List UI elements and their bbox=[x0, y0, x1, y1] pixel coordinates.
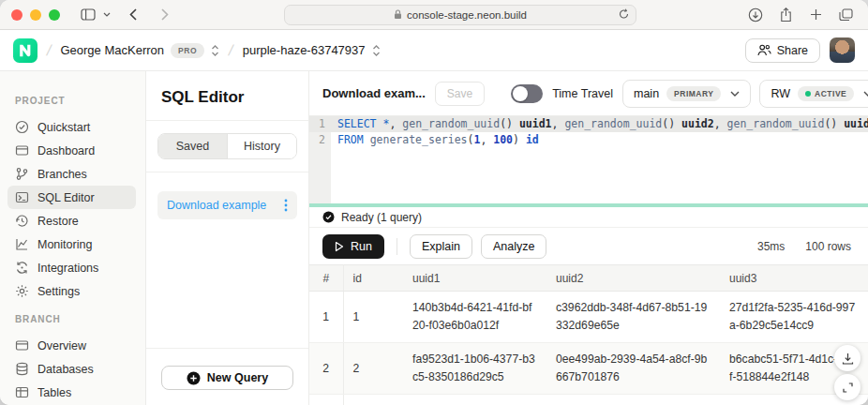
sidebar-item-label: Monitoring bbox=[37, 238, 92, 251]
chevron-down-icon bbox=[863, 91, 868, 97]
code-line[interactable]: 2FROM generate_series(1, 100) id bbox=[309, 132, 868, 148]
browser-window: console-stage.neon.build bbox=[0, 0, 868, 405]
sidebar-item-databases[interactable]: Databases bbox=[7, 357, 136, 381]
sidebar-item-branches[interactable]: Branches bbox=[7, 162, 136, 186]
breadcrumb-separator: / bbox=[45, 42, 52, 59]
queries-panel: SQL Editor Saved History Download exampl… bbox=[146, 71, 309, 405]
sql-editor-icon bbox=[15, 190, 29, 204]
expand-results-button[interactable] bbox=[834, 374, 861, 400]
org-name: George MacKerron bbox=[60, 43, 164, 57]
share-page-icon[interactable] bbox=[774, 5, 797, 25]
tab-overview-icon[interactable] bbox=[834, 5, 857, 25]
table-row[interactable]: 11140b3b4d-6421-41fd-bf20-f03e6b0a012fc3… bbox=[309, 292, 868, 343]
table-cell: fa9523d1-1b06-4377-b3c5-8350186d29c5 bbox=[403, 343, 546, 395]
table-cell: 140b3b4d-6421-41fd-bf20-f03e6b0a012f bbox=[403, 292, 546, 343]
primary-badge: PRIMARY bbox=[666, 86, 721, 101]
editor-main: Download exam... Save Time Travel main P… bbox=[309, 71, 868, 405]
sidebar-item-quickstart[interactable]: Quickstart bbox=[7, 115, 136, 139]
branch-select[interactable]: main PRIMARY bbox=[622, 80, 751, 108]
sidebar-item-label: Integrations bbox=[37, 262, 98, 275]
chevron-down-icon bbox=[730, 91, 740, 97]
run-button-label: Run bbox=[351, 240, 372, 253]
table-cell: 1 bbox=[343, 292, 403, 343]
kebab-menu-icon[interactable] bbox=[284, 199, 288, 212]
address-bar[interactable]: console-stage.neon.build bbox=[284, 5, 636, 25]
zoom-window-button[interactable] bbox=[49, 9, 60, 21]
new-tab-icon[interactable] bbox=[804, 5, 827, 25]
traffic-lights[interactable] bbox=[11, 9, 60, 21]
saved-queries-list: Download example bbox=[146, 172, 308, 348]
results-header-row: #iduuid1uuid2uuid3 bbox=[309, 265, 868, 292]
sql-code-editor[interactable]: 1SELECT *, gen_random_uuid() uuid1, gen_… bbox=[309, 116, 868, 203]
sidebar-item-settings[interactable]: Settings bbox=[7, 279, 136, 303]
compute-select-value: RW bbox=[771, 87, 790, 100]
sidebar-item-label: Restore bbox=[37, 215, 79, 228]
sidebar-item-monitoring[interactable]: Monitoring bbox=[7, 232, 136, 256]
sidebar-item-dashboard[interactable]: Dashboard bbox=[7, 139, 136, 162]
org-selector[interactable]: George MacKerron PRO bbox=[60, 43, 219, 58]
neon-logo[interactable] bbox=[13, 38, 37, 63]
save-button[interactable]: Save bbox=[435, 82, 485, 106]
line-number: 2 bbox=[309, 132, 331, 148]
results-table: #iduuid1uuid2uuid3 11140b3b4d-6421-41fd-… bbox=[309, 264, 868, 405]
sidebar-item-overview[interactable]: Overview bbox=[7, 334, 136, 357]
tab-history[interactable]: History bbox=[227, 134, 296, 158]
check-circle-icon bbox=[15, 120, 29, 134]
divider bbox=[397, 238, 397, 255]
share-button[interactable]: Share bbox=[745, 38, 820, 63]
share-button-label: Share bbox=[777, 44, 808, 57]
sidebar-item-tables[interactable]: Tables bbox=[7, 381, 136, 404]
window-icon bbox=[15, 143, 29, 158]
table-row[interactable]: 3368ccbcca-7715-4266-b6c5-9f7a14ea6e5ec3… bbox=[309, 395, 868, 405]
integrations-icon bbox=[15, 261, 29, 275]
table-icon bbox=[15, 385, 29, 399]
compute-select[interactable]: RW ACTIVE bbox=[759, 80, 868, 108]
new-query-button[interactable]: New Query bbox=[161, 366, 293, 390]
column-header: uuid2 bbox=[546, 265, 720, 292]
download-icon bbox=[842, 352, 854, 365]
close-window-button[interactable] bbox=[11, 9, 22, 21]
forward-icon[interactable] bbox=[154, 5, 176, 25]
user-avatar[interactable] bbox=[830, 38, 855, 63]
tab-saved[interactable]: Saved bbox=[158, 134, 227, 158]
row-index-cell: 3 bbox=[309, 395, 343, 405]
downloads-icon[interactable] bbox=[744, 5, 767, 25]
column-header: # bbox=[309, 265, 343, 292]
code-text: FROM generate_series(1, 100) id bbox=[331, 132, 539, 148]
time-travel-label: Time Travel bbox=[552, 87, 613, 100]
code-lines: 1SELECT *, gen_random_uuid() uuid1, gen_… bbox=[309, 116, 868, 148]
sidebar-item-sql-editor[interactable]: SQL Editor bbox=[7, 186, 136, 209]
time-travel-toggle[interactable] bbox=[511, 84, 543, 103]
run-button[interactable]: Run bbox=[322, 234, 384, 259]
table-cell: c3962ddb-348f-4d67-8b51-19332d69e65e bbox=[546, 292, 720, 343]
analyze-button[interactable]: Analyze bbox=[481, 234, 546, 259]
sidebar-item-restore[interactable]: Restore bbox=[7, 209, 136, 232]
plus-circle-icon bbox=[187, 371, 201, 385]
sidebar-item-label: Databases bbox=[37, 363, 94, 376]
active-badge: ACTIVE bbox=[798, 86, 854, 101]
line-number: 1 bbox=[309, 116, 331, 132]
explain-button[interactable]: Explain bbox=[410, 234, 472, 259]
chart-icon bbox=[15, 237, 29, 251]
results-area: #iduuid1uuid2uuid3 11140b3b4d-6421-41fd-… bbox=[309, 264, 868, 405]
table-cell: 68ccbcca-7715-4266-b6c5-9f7a14ea6e5e bbox=[403, 395, 546, 405]
saved-query-item[interactable]: Download example bbox=[157, 191, 297, 219]
minimize-window-button[interactable] bbox=[30, 9, 41, 21]
code-line[interactable]: 1SELECT *, gen_random_uuid() uuid1, gen_… bbox=[309, 116, 868, 132]
project-selector[interactable]: purple-haze-63747937 bbox=[243, 43, 381, 57]
expand-icon bbox=[842, 382, 854, 394]
saved-query-label: Download example bbox=[167, 199, 266, 212]
download-results-button[interactable] bbox=[834, 345, 861, 371]
browser-chrome: console-stage.neon.build bbox=[0, 0, 868, 30]
database-icon bbox=[15, 362, 29, 376]
saved-history-tabs: Saved History bbox=[157, 133, 297, 159]
sidebar-item-label: Overview bbox=[37, 339, 86, 352]
table-row[interactable]: 22fa9523d1-1b06-4377-b3c5-8350186d29c50e… bbox=[309, 343, 868, 395]
reload-icon[interactable] bbox=[619, 8, 629, 20]
sidebar-toggle-icon[interactable] bbox=[77, 5, 99, 25]
chevron-down-icon[interactable] bbox=[101, 5, 112, 25]
column-header: id bbox=[343, 265, 403, 292]
sidebar-item-integrations[interactable]: Integrations bbox=[7, 256, 136, 279]
back-icon[interactable] bbox=[122, 5, 144, 25]
column-header: uuid1 bbox=[403, 265, 546, 292]
